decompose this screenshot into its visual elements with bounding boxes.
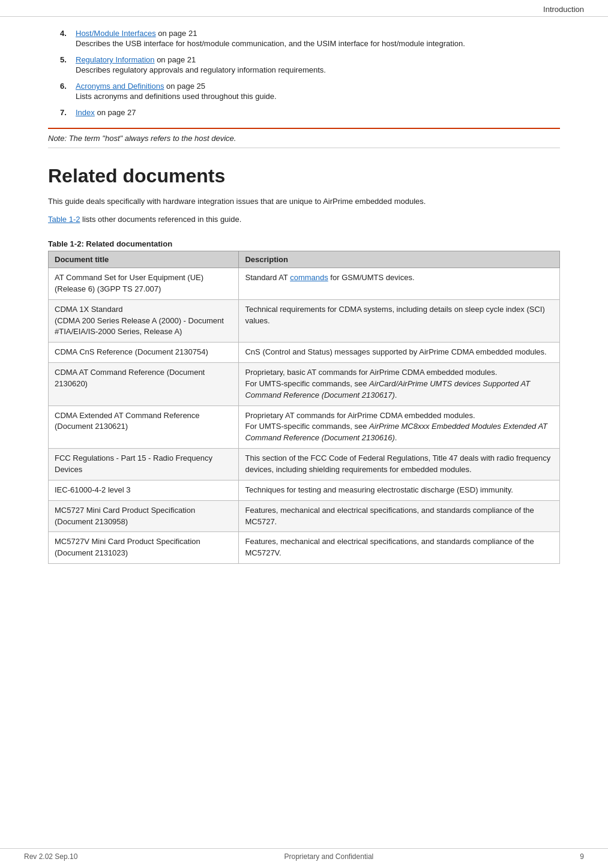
table-cell-title: IEC-61000-4-2 level 3 — [49, 480, 239, 500]
page-header: Introduction — [0, 0, 608, 17]
table-cell-title: CDMA 1X Standard (CDMA 200 Series Releas… — [49, 299, 239, 343]
section-intro: This guide deals specifically with hardw… — [48, 196, 560, 208]
table-cell-desc: This section of the FCC Code of Federal … — [239, 449, 560, 480]
list-number-4: 4. — [60, 29, 71, 48]
list-link-suffix-7: on page 27 — [95, 108, 136, 117]
table-cell-desc: Techniques for testing and measuring ele… — [239, 480, 560, 500]
footer-center: Proprietary and Confidential — [284, 852, 373, 861]
section-title: Related documents — [48, 165, 560, 187]
table-row: MC5727V Mini Card Product Specification … — [49, 532, 560, 564]
list-desc-4: Describes the USB interface for host/mod… — [76, 39, 560, 48]
list-desc-6: Lists acronyms and definitions used thro… — [76, 92, 560, 101]
note-box: Note: The term "host" always refers to t… — [48, 128, 560, 148]
commands-link[interactable]: commands — [290, 273, 328, 282]
table-cell-title: AT Command Set for User Equipment (UE) (… — [49, 268, 239, 300]
related-documents-section: Related documents This guide deals speci… — [48, 165, 560, 225]
list-content-4: Host/Module Interfaces on page 21 Descri… — [76, 29, 560, 48]
table-row: CDMA Extended AT Command Reference (Docu… — [49, 406, 560, 449]
list-link-7[interactable]: Index — [76, 108, 95, 117]
list-content-5: Regulatory Information on page 21 Descri… — [76, 55, 560, 74]
table-cell-desc: Standard AT commands for GSM/UMTS device… — [239, 268, 560, 300]
list-link-suffix-5: on page 21 — [155, 55, 196, 64]
documentation-table: Document title Description AT Command Se… — [48, 251, 560, 564]
table-cell-title: FCC Regulations - Part 15 - Radio Freque… — [49, 449, 239, 480]
numbered-list: 4. Host/Module Interfaces on page 21 Des… — [60, 29, 560, 117]
list-item-7: 7. Index on page 27 — [60, 108, 560, 117]
table-row: AT Command Set for User Equipment (UE) (… — [49, 268, 560, 300]
list-number-5: 5. — [60, 55, 71, 74]
table-cell-title: CDMA AT Command Reference (Document 2130… — [49, 363, 239, 406]
table-row: CDMA AT Command Reference (Document 2130… — [49, 363, 560, 406]
table-cell-desc: Technical requirements for CDMA systems,… — [239, 299, 560, 343]
list-item-5: 5. Regulatory Information on page 21 Des… — [60, 55, 560, 74]
table-cell-desc: Features, mechanical and electrical spec… — [239, 500, 560, 532]
table-row: IEC-61000-4-2 level 3Techniques for test… — [49, 480, 560, 500]
list-link-5[interactable]: Regulatory Information — [76, 55, 155, 64]
table-ref-link[interactable]: Table 1-2 — [48, 215, 80, 224]
header-title: Introduction — [543, 5, 584, 14]
list-desc-5: Describes regulatory approvals and regul… — [76, 65, 560, 74]
table-cell-title: MC5727 Mini Card Product Specification (… — [49, 500, 239, 532]
table-caption: Table 1-2: Related documentation — [48, 239, 560, 248]
table-cell-desc: Proprietary AT commands for AirPrime CDM… — [239, 406, 560, 449]
col-header-desc: Description — [239, 251, 560, 268]
col-header-title: Document title — [49, 251, 239, 268]
table-cell-title: MC5727V Mini Card Product Specification … — [49, 532, 239, 564]
page-content: 4. Host/Module Interfaces on page 21 Des… — [0, 17, 608, 594]
table-cell-title: CDMA Extended AT Command Reference (Docu… — [49, 406, 239, 449]
footer-left: Rev 2.02 Sep.10 — [24, 852, 77, 861]
table-cell-desc: Proprietary, basic AT commands for AirPr… — [239, 363, 560, 406]
table-row: MC5727 Mini Card Product Specification (… — [49, 500, 560, 532]
page-footer: Rev 2.02 Sep.10 Proprietary and Confiden… — [0, 848, 608, 861]
table-cell-title: CDMA CnS Reference (Document 2130754) — [49, 343, 239, 363]
list-link-suffix-6: on page 25 — [164, 82, 205, 91]
note-text: Note: The term "host" always refers to t… — [48, 134, 236, 143]
footer-page-number: 9 — [580, 852, 584, 861]
list-number-7: 7. — [60, 108, 71, 117]
table-ref-para: Table 1-2 lists other documents referenc… — [48, 214, 560, 226]
list-link-6[interactable]: Acronyms and Definitions — [76, 82, 164, 91]
list-link-suffix-4: on page 21 — [156, 29, 197, 38]
table-cell-desc: CnS (Control and Status) messages suppor… — [239, 343, 560, 363]
list-content-7: Index on page 27 — [76, 108, 560, 117]
list-link-4[interactable]: Host/Module Interfaces — [76, 29, 156, 38]
table-row: CDMA 1X Standard (CDMA 200 Series Releas… — [49, 299, 560, 343]
list-item-6: 6. Acronyms and Definitions on page 25 L… — [60, 82, 560, 101]
table-row: CDMA CnS Reference (Document 2130754)CnS… — [49, 343, 560, 363]
table-row: FCC Regulations - Part 15 - Radio Freque… — [49, 449, 560, 480]
table-cell-desc: Features, mechanical and electrical spec… — [239, 532, 560, 564]
list-content-6: Acronyms and Definitions on page 25 List… — [76, 82, 560, 101]
list-item-4: 4. Host/Module Interfaces on page 21 Des… — [60, 29, 560, 48]
list-number-6: 6. — [60, 82, 71, 101]
table-ref-suffix: lists other documents referenced in this… — [80, 215, 241, 224]
table-header-row: Document title Description — [49, 251, 560, 268]
